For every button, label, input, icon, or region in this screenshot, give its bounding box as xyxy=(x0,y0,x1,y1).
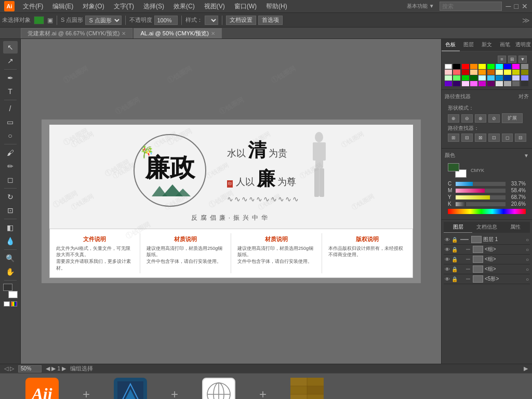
swatch-r2-3[interactable] xyxy=(462,70,469,75)
swatch-list-btn[interactable]: ≡ xyxy=(498,56,506,63)
layer-5-name[interactable]: <5形> xyxy=(485,275,524,283)
layer-5-arrow[interactable] xyxy=(466,278,470,280)
cmyk-m-bar[interactable] xyxy=(456,189,506,193)
tool-rotate[interactable]: ↻ xyxy=(3,191,18,203)
swatch-r2-7[interactable] xyxy=(496,70,503,75)
layer-2-eye[interactable]: 👁 xyxy=(445,247,450,252)
tool-zoom[interactable]: 🔍 xyxy=(3,252,18,264)
swatch-r3-7[interactable] xyxy=(496,75,503,81)
swatch-r2-1[interactable] xyxy=(445,70,452,75)
swatch-r4-1[interactable] xyxy=(445,81,452,86)
swatch-magenta[interactable] xyxy=(512,64,520,69)
tool-ellipse[interactable]: ○ xyxy=(3,129,18,142)
layer-4-eye[interactable]: 👁 xyxy=(445,267,450,272)
tool-brush[interactable]: 🖌 xyxy=(3,147,18,159)
swatch-r3-3[interactable] xyxy=(462,75,469,81)
layer-2-arrow[interactable] xyxy=(466,249,470,250)
cmyk-y-bar[interactable] xyxy=(456,195,506,200)
swatch-green[interactable] xyxy=(487,64,495,69)
tool-rect[interactable]: ▭ xyxy=(3,116,18,128)
search-input[interactable] xyxy=(440,2,502,11)
swatch-r4-9[interactable] xyxy=(512,81,520,86)
swatch-r4-4[interactable] xyxy=(470,81,477,86)
menu-help[interactable]: 帮助(H) xyxy=(262,1,291,12)
swatch-white[interactable] xyxy=(445,64,452,69)
tab-0[interactable]: 觉建素材.ai @ 66.67% (CMYK/预览) ✕ xyxy=(21,28,132,38)
layer-1-arrow[interactable] xyxy=(460,239,469,240)
swatch-r3-8[interactable] xyxy=(504,75,511,81)
layer-4-name[interactable]: <组> xyxy=(485,265,524,273)
swatch-r4-5[interactable] xyxy=(478,81,486,86)
swatch-r3-1[interactable] xyxy=(445,75,452,81)
tool-pen[interactable]: ✒ xyxy=(3,72,18,84)
layer-5-eye[interactable]: 👁 xyxy=(445,276,450,282)
expand-btn[interactable]: 扩展 xyxy=(502,113,523,123)
tab-1-close[interactable]: ✕ xyxy=(211,31,215,36)
zoom-input[interactable] xyxy=(18,365,42,373)
layers-tab-layers[interactable]: 图层 xyxy=(444,222,472,233)
tool-type[interactable]: T xyxy=(3,85,18,98)
taskbar-texture[interactable] xyxy=(273,378,341,400)
taskbar-ai[interactable]: Aii xyxy=(8,378,76,400)
swatch-r4-10[interactable] xyxy=(521,81,528,86)
swatch-r2-6[interactable] xyxy=(487,70,495,75)
none-color[interactable] xyxy=(4,301,10,307)
cmyk-k-bar[interactable] xyxy=(456,202,506,206)
swatch-r2-8[interactable] xyxy=(504,70,511,75)
taskbar-web[interactable] xyxy=(185,378,252,400)
doc-setup-btn[interactable]: 文档设置 xyxy=(226,16,256,25)
swatch-yellow[interactable] xyxy=(478,64,486,69)
canvas-area[interactable]: ①钱圈网 ①钱圈网 ①钱圈网 ①钱圈网 ①钱圈网 ①钱圈网 ①钱圈网 ①钱圈网 … xyxy=(21,39,441,364)
pf-crop[interactable]: ⊡ xyxy=(488,134,500,142)
layer-2-visible[interactable]: ○ xyxy=(526,247,529,252)
tool-direct-select[interactable]: ↗ xyxy=(3,55,18,67)
swatch-r3-2[interactable] xyxy=(453,75,460,81)
tool-line[interactable]: / xyxy=(3,102,18,115)
swatch-cyan[interactable] xyxy=(496,64,503,69)
gradient-color[interactable] xyxy=(11,301,17,307)
menu-effect[interactable]: 效果(C) xyxy=(169,1,199,12)
swatch-r3-9[interactable] xyxy=(512,75,520,81)
color-spectrum[interactable] xyxy=(448,209,526,214)
menu-text[interactable]: 文字(T) xyxy=(110,1,138,12)
swatch-gray[interactable] xyxy=(521,64,528,69)
layer-1-visible[interactable]: ○ xyxy=(526,237,529,243)
tool-eyedropper[interactable]: 💧 xyxy=(3,235,18,247)
tab-1[interactable]: AL.ai @ 50% (CMYK/预览) ✕ xyxy=(134,28,222,38)
swatch-r2-10[interactable] xyxy=(521,70,528,75)
color-menu-btn[interactable]: ▼ xyxy=(524,153,529,158)
layer-2-lock[interactable]: 🔒 xyxy=(451,247,458,252)
layer-3-arrow[interactable] xyxy=(466,259,470,260)
layer-3-name[interactable]: <组> xyxy=(485,256,524,263)
swatch-menu-btn[interactable]: ▼ xyxy=(518,56,527,63)
swatch-r3-6[interactable] xyxy=(487,75,495,81)
first-item-btn[interactable]: 首选项 xyxy=(258,16,283,25)
shape-exclude[interactable]: ⊘ xyxy=(488,114,500,123)
layers-tab-props[interactable]: 属性 xyxy=(501,222,530,233)
tool-select[interactable]: ↖ xyxy=(3,41,18,54)
shape-minus-front[interactable]: ⊖ xyxy=(461,114,473,123)
layer-5-visible[interactable]: ○ xyxy=(526,276,529,282)
swatch-r2-2[interactable] xyxy=(453,70,460,75)
layer-2-name[interactable]: <组> xyxy=(485,246,524,253)
swatch-r2-4[interactable] xyxy=(470,70,477,75)
tool-eraser[interactable]: ◻ xyxy=(3,174,18,186)
swatch-r4-7[interactable] xyxy=(496,81,503,86)
style-select[interactable] xyxy=(205,16,218,25)
menu-window[interactable]: 窗口(W) xyxy=(230,1,261,12)
tab-0-close[interactable]: ✕ xyxy=(122,31,126,36)
cmyk-c-bar[interactable] xyxy=(456,182,506,186)
pf-merge[interactable]: ⊠ xyxy=(475,134,486,142)
fill-color-front[interactable] xyxy=(3,284,12,291)
swatch-r3-5[interactable] xyxy=(478,75,486,81)
opacity-input[interactable] xyxy=(154,16,178,25)
scroll-right[interactable]: ▶ xyxy=(524,365,528,372)
shape-intersect[interactable]: ⊗ xyxy=(475,114,486,123)
panel-toggle[interactable]: ≫ xyxy=(522,16,530,24)
minimize-btn[interactable]: ─ xyxy=(506,2,511,10)
pf-divide[interactable]: ⊞ xyxy=(448,134,459,142)
swatch-blue[interactable] xyxy=(504,64,511,69)
pf-minus-back[interactable]: ⊟ xyxy=(515,134,526,142)
tab-new[interactable]: 新文 xyxy=(478,39,496,51)
fill-preview[interactable] xyxy=(448,163,459,171)
